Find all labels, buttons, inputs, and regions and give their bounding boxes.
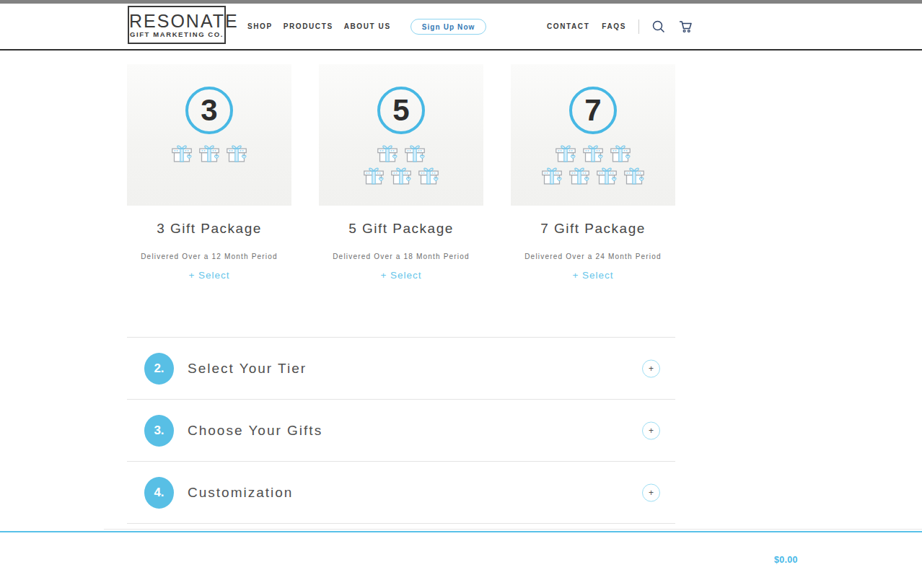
gift-icon [403,142,427,164]
expand-plus-button[interactable]: + [642,359,660,377]
package-card-7: 7 [511,64,675,281]
step-choose-your-gifts[interactable]: 3. Choose Your Gifts + [127,400,675,462]
nav-item-faqs[interactable]: FAQS [602,22,626,30]
package-title: 3 Gift Package [127,221,291,237]
gift-icons-group [127,142,291,164]
nav-divider [638,19,639,34]
package-count-badge: 7 [569,87,617,134]
footer-top-rule [0,531,922,532]
gift-row [127,142,291,164]
package-title: 5 Gift Package [319,221,483,237]
nav-item-contact[interactable]: CONTACT [547,22,589,30]
package-select-link[interactable]: + Select [188,270,229,281]
gift-icon [540,164,564,187]
gift-row [511,142,675,164]
step-customization[interactable]: 4. Customization + [127,462,675,524]
package-card-3: 3 3 Gift Package [127,64,291,281]
package-count-badge: 3 [185,87,233,134]
sign-up-now-button[interactable]: Sign Up Now [410,19,487,35]
package-subtitle: Delivered Over a 18 Month Period [319,253,483,260]
gift-row [319,164,483,187]
nav-item-about-us[interactable]: ABOUT US [344,22,391,30]
gift-icon [594,164,619,187]
gift-icon [170,142,194,164]
nav-item-products[interactable]: PRODUCTS [284,22,333,30]
cart-total: $0.00 [774,555,798,565]
step-select-your-tier[interactable]: 2. Select Your Tier + [127,338,675,400]
secondary-nav: CONTACT FAQS [547,4,693,49]
gift-icon [389,164,413,187]
expand-plus-button[interactable]: + [642,483,660,501]
site-header: RESONATE GIFT MARKETING CO. SHOP PRODUCT… [0,4,922,51]
accordion-steps: 2. Select Your Tier + 3. Choose Your Gif… [127,337,675,524]
gift-icon [553,142,578,164]
gift-icons-group [319,142,483,187]
package-image-7: 7 [511,64,675,206]
gift-icon [375,142,400,164]
gift-icon [224,142,249,164]
package-select-link[interactable]: + Select [572,270,613,281]
package-subtitle: Delivered Over a 12 Month Period [127,253,291,260]
package-card-5: 5 [319,64,483,281]
search-icon[interactable] [651,19,666,34]
step-title: Customization [188,485,293,501]
package-image-3: 3 [127,64,291,206]
package-title: 7 Gift Package [511,221,675,237]
gift-icon [608,142,633,164]
package-cards: 3 3 Gift Package [127,64,675,281]
gift-icon [361,164,386,187]
primary-nav: SHOP PRODUCTS ABOUT US Sign Up Now [247,4,486,49]
main-content: 3 3 Gift Package [127,64,675,524]
gift-icon [581,142,605,164]
logo-subtitle: GIFT MARKETING CO. [129,30,224,39]
gift-icon [416,164,441,187]
divider [104,529,922,530]
step-title: Choose Your Gifts [188,423,322,439]
gift-icon [567,164,592,187]
logo-title: RESONATE [129,12,224,30]
step-number-badge: 3. [144,415,174,447]
gift-row [511,164,675,187]
step-number-badge: 4. [144,477,174,509]
nav-item-shop[interactable]: SHOP [247,22,273,30]
logo[interactable]: RESONATE GIFT MARKETING CO. [128,6,226,44]
gift-icon [197,142,221,164]
package-subtitle: Delivered Over a 24 Month Period [511,253,675,260]
package-image-5: 5 [319,64,483,206]
cart-icon[interactable] [678,19,693,34]
gift-row [319,142,483,164]
page: RESONATE GIFT MARKETING CO. SHOP PRODUCT… [0,0,922,588]
gift-icon [622,164,646,187]
package-select-link[interactable]: + Select [380,270,421,281]
step-number-badge: 2. [144,353,174,385]
expand-plus-button[interactable]: + [642,421,660,439]
gift-icons-group [511,142,675,187]
step-title: Select Your Tier [188,361,307,377]
package-count-badge: 5 [377,87,425,134]
